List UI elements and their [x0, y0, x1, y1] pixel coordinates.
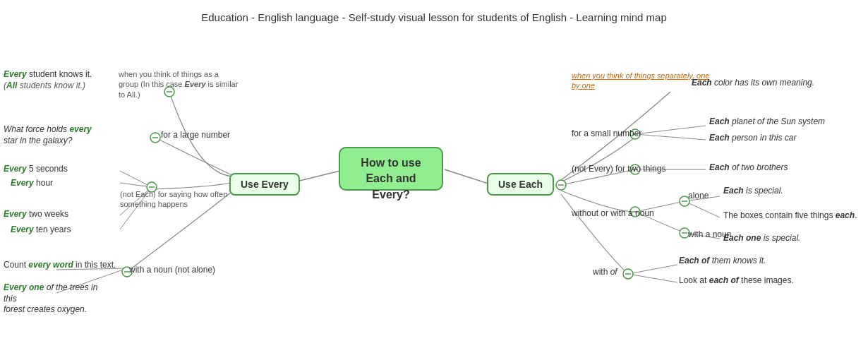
center-node: How to useEach and Every? [339, 147, 443, 191]
every-hour: Every hour [11, 178, 53, 189]
large-number-label: for a large number [161, 130, 230, 141]
svg-line-17 [628, 265, 677, 274]
svg-point-41 [623, 269, 633, 279]
alone-label: alone [688, 191, 709, 202]
svg-line-3 [120, 183, 152, 187]
svg-line-9 [635, 134, 706, 140]
each-person-label: Each person in this car [709, 133, 796, 144]
svg-line-1 [445, 169, 493, 185]
each-is-special: Each is special. [723, 186, 783, 197]
every-two-weeks: Every two weeks [4, 209, 68, 220]
every-5-seconds: Every 5 seconds [4, 164, 68, 175]
look-at-each: Look at each of these images. [679, 275, 794, 287]
svg-line-2 [120, 171, 152, 187]
every-ten-years: Every ten years [11, 225, 71, 236]
two-things-label: (not Every) for two things [572, 164, 665, 175]
page-title: Education - English language - Self-stud… [0, 6, 868, 26]
without-with-noun-label: without or with a noun [572, 208, 654, 220]
use-every-label: Use Every [241, 179, 289, 190]
every-student-label: Every student knows it. (All students kn… [4, 69, 92, 91]
how-often-label: (not Each) for saying how oftensomething… [120, 189, 227, 210]
count-every-word: Count every word in this text. [4, 260, 116, 271]
center-label: Each and Every? [366, 172, 416, 200]
with-of-label: with of [593, 267, 617, 278]
svg-point-23 [150, 133, 160, 143]
each-planet-label: Each planet of the Sun system [709, 116, 825, 128]
with-noun-label: with a noun (not alone) [129, 265, 215, 276]
every-star-label: What force holds everystar in the galaxy… [4, 124, 92, 146]
svg-point-29 [556, 180, 566, 190]
each-two-brothers: Each of two brothers [709, 162, 788, 174]
each-of-them: Each of them knows it. [679, 256, 766, 267]
each-color-label: Each color has its own meaning. [692, 78, 814, 89]
each-one-special: Each one is special. [723, 233, 800, 244]
boxes-five-things: The boxes contain five things each. [723, 210, 857, 222]
svg-line-14 [685, 201, 720, 217]
use-each-node: Use Each [487, 173, 554, 196]
use-each-label: Use Each [498, 179, 543, 190]
every-group-note: when you think of things as a group (In … [119, 69, 239, 100]
use-every-node: Use Every [229, 173, 300, 196]
every-one-trees: Every one of the trees in thisforest cre… [4, 282, 113, 316]
svg-line-18 [628, 274, 677, 282]
small-number-label: for a small number [572, 128, 641, 140]
svg-line-8 [635, 126, 706, 134]
